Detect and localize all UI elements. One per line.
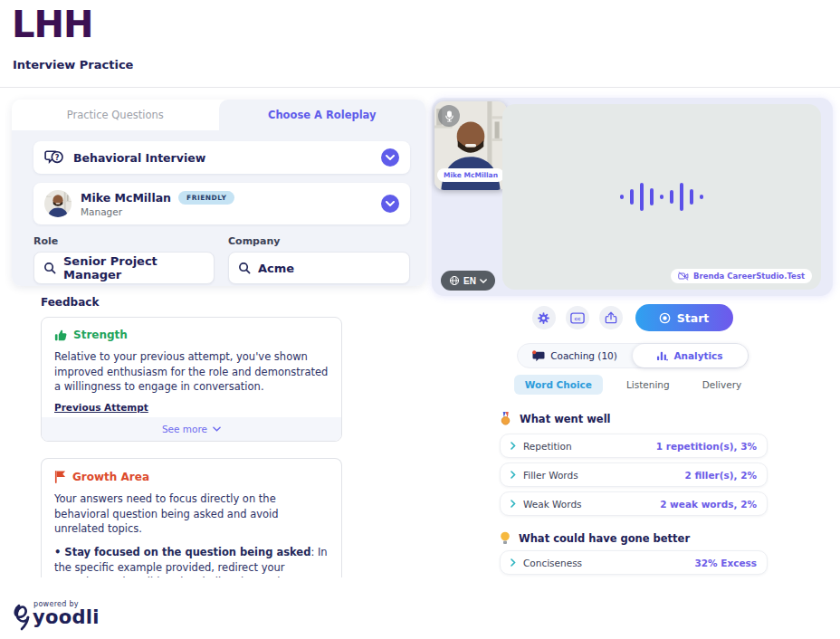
- camera-off-icon: [678, 272, 689, 281]
- subtab-word-choice[interactable]: Word Choice: [514, 375, 603, 395]
- bar-chart-icon: [656, 350, 668, 361]
- tab-analytics[interactable]: Analytics: [633, 344, 748, 367]
- session-controls: cc Start: [432, 304, 833, 331]
- chevron-right-icon: [511, 442, 516, 450]
- subtab-delivery[interactable]: Delivery: [693, 375, 751, 395]
- metric-row-weak-words[interactable]: Weak Words 2 weak words, 2%: [500, 491, 768, 516]
- see-more-button[interactable]: See more: [42, 417, 341, 441]
- tab-choose-roleplay[interactable]: Choose A Roleplay: [219, 100, 426, 130]
- role-label: Role: [33, 235, 215, 247]
- search-icon: [43, 262, 56, 274]
- tab-practice-questions-label: Practice Questions: [67, 109, 164, 121]
- coaching-chat-icon: [532, 350, 545, 362]
- watermark-label: Brenda CareerStudio.Test: [693, 272, 805, 281]
- avatar: [44, 190, 72, 217]
- audio-waveform-icon: [620, 183, 703, 211]
- chevron-right-icon: [511, 500, 516, 508]
- tab-practice-questions[interactable]: Practice Questions: [12, 100, 219, 130]
- persona-card[interactable]: Mike McMillan FRIENDLY Manager: [33, 183, 410, 224]
- growth-bullet: • Stay focused on the question being ask…: [54, 545, 329, 577]
- page-title: Interview Practice: [13, 58, 133, 72]
- roleplay-setup-body: ? Behavioral Interview Mike McMillan: [12, 130, 425, 286]
- growth-title: Growth Area: [72, 471, 149, 483]
- svg-text:?: ?: [55, 153, 60, 162]
- lhh-logo: LHH: [12, 4, 92, 45]
- header-divider: [0, 87, 840, 88]
- webcam-preview: Mike McMillan: [434, 101, 507, 190]
- metric-label: Filler Words: [523, 470, 677, 481]
- see-more-label: See more: [162, 424, 207, 434]
- yoodli-logo-icon: [12, 603, 33, 632]
- chevron-down-icon: [386, 201, 395, 206]
- role-company-fields: Role Senior Project Manager Company: [33, 235, 410, 284]
- settings-button[interactable]: [532, 306, 556, 329]
- gone-better-label: What could have gone better: [519, 532, 690, 545]
- growth-bullet-bold: • Stay focused on the question being ask…: [54, 546, 310, 558]
- ai-video-area: Brenda CareerStudio.Test: [502, 104, 821, 290]
- chevron-right-icon: [511, 471, 516, 479]
- chevron-down-icon: [213, 426, 221, 432]
- search-icon: [238, 262, 251, 274]
- mic-icon: [438, 105, 460, 127]
- thumbs-up-icon: [54, 329, 67, 341]
- analytics-subtabs: Word Choice Listening Delivery: [432, 375, 833, 395]
- captions-button[interactable]: cc: [566, 306, 589, 329]
- company-value: Acme: [258, 262, 294, 275]
- tab-analytics-label: Analytics: [673, 350, 722, 361]
- persona-role: Manager: [81, 206, 381, 217]
- language-selector[interactable]: EN: [441, 271, 495, 291]
- metric-label: Repetition: [523, 441, 649, 452]
- growth-card-clip: Growth Area Your answers need to focus d…: [41, 458, 344, 577]
- metric-value: 2 filler(s), 2%: [684, 470, 757, 481]
- persona-name: Mike McMillan: [81, 191, 171, 205]
- went-well-label: What went well: [520, 413, 611, 425]
- company-input[interactable]: Acme: [228, 252, 410, 284]
- persona-text: Mike McMillan FRIENDLY Manager: [81, 191, 381, 217]
- gear-icon: [537, 311, 550, 325]
- previous-attempt-link[interactable]: Previous Attempt: [54, 402, 148, 413]
- persona-friendly-badge: FRIENDLY: [178, 191, 234, 205]
- start-label: Start: [677, 311, 710, 325]
- tab-coaching-label: Coaching (10): [550, 350, 617, 361]
- lightbulb-icon: [500, 531, 511, 545]
- role-input[interactable]: Senior Project Manager: [33, 252, 215, 284]
- role-value: Senior Project Manager: [63, 254, 205, 281]
- analytics-tab-bar: Coaching (10) Analytics: [432, 343, 833, 368]
- share-button[interactable]: [599, 306, 623, 329]
- metric-row-conciseness[interactable]: Conciseness 32% Excess: [500, 550, 768, 575]
- strength-title: Strength: [73, 329, 128, 341]
- start-button[interactable]: Start: [635, 304, 733, 331]
- metric-value: 2 weak words, 2%: [660, 499, 757, 510]
- svg-text:cc: cc: [574, 315, 580, 321]
- metric-value: 32% Excess: [694, 558, 757, 568]
- strength-body: Relative to your previous attempt, you'v…: [54, 349, 329, 395]
- scenario-label: Behavioral Interview: [73, 151, 381, 165]
- tab-coaching[interactable]: Coaching (10): [518, 344, 633, 367]
- metric-row-repetition[interactable]: Repetition 1 repetition(s), 3%: [500, 434, 768, 458]
- scenario-expand-button[interactable]: [381, 148, 399, 167]
- chevron-down-icon: [480, 279, 487, 283]
- subtab-listening[interactable]: Listening: [617, 375, 679, 395]
- roleplay-tab-bar: Practice Questions Choose A Roleplay: [12, 100, 425, 130]
- chevron-right-icon: [511, 558, 516, 567]
- chevron-down-icon: [386, 155, 395, 160]
- feedback-heading: Feedback: [41, 296, 99, 309]
- metric-label: Conciseness: [523, 558, 687, 568]
- powered-by-yoodli: powered by yoodli: [12, 596, 138, 635]
- metric-label: Weak Words: [523, 499, 653, 510]
- gone-better-header: What could have gone better: [500, 531, 690, 545]
- share-upload-icon: [605, 311, 617, 324]
- persona-expand-button[interactable]: [381, 195, 399, 213]
- chat-question-icon: ?: [44, 149, 64, 166]
- growth-body: Your answers need to focus directly on t…: [54, 491, 329, 537]
- went-well-header: What went well: [500, 412, 611, 425]
- company-label: Company: [228, 235, 410, 247]
- flag-icon: [54, 470, 66, 483]
- record-icon: [659, 312, 671, 324]
- metric-row-filler-words[interactable]: Filler Words 2 filler(s), 2%: [500, 463, 768, 487]
- yoodli-wordmark: yoodli: [33, 606, 100, 628]
- scenario-card[interactable]: ? Behavioral Interview: [33, 141, 410, 174]
- growth-area-card: Growth Area Your answers need to focus d…: [41, 458, 342, 577]
- webcam-name-label: Mike McMillan: [437, 168, 504, 182]
- medal-icon: [500, 412, 511, 425]
